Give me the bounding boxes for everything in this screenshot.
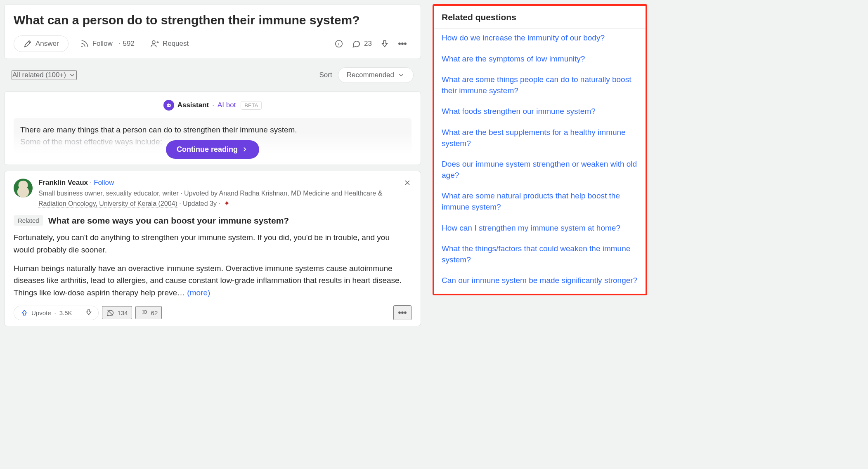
answer-label: Answer	[35, 40, 59, 48]
continue-reading-button[interactable]: Continue reading	[166, 140, 259, 159]
related-question-link[interactable]: What are some natural products that help…	[442, 191, 638, 212]
related-question-link[interactable]: Does our immune system strengthen or wea…	[442, 159, 638, 181]
downvote-question-button[interactable]	[376, 36, 393, 52]
all-related-filter[interactable]: All related (100+)	[12, 70, 77, 80]
dots-icon	[397, 308, 407, 318]
svg-point-11	[404, 312, 406, 313]
assistant-header: Assistant · AI bot BETA	[14, 100, 412, 111]
related-question-link[interactable]: How do we increase the immunity of our b…	[442, 33, 638, 44]
related-question-link[interactable]: What foods strengthen our immune system?	[442, 106, 638, 117]
question-card: What can a person do to strengthen their…	[4, 4, 421, 59]
related-question-link[interactable]: What are some things people can do to na…	[442, 74, 638, 96]
share-icon	[140, 309, 148, 317]
svg-rect-6	[167, 104, 170, 107]
related-question-title[interactable]: What are some ways you can boost your im…	[48, 216, 289, 226]
related-question-link[interactable]: What are the symptoms of low immunity?	[442, 54, 638, 65]
answer-p1: Fortunately, you can't do anything to st…	[14, 231, 412, 256]
comment-off-icon	[106, 309, 114, 317]
vote-group: Upvote · 3.5K	[14, 306, 99, 320]
svg-point-10	[402, 312, 403, 313]
related-question-link[interactable]: What are the best supplements for a heal…	[442, 127, 638, 149]
follow-label: Follow	[92, 40, 113, 48]
answer-comment-count: 134	[118, 309, 128, 316]
upvote-count: 3.5K	[59, 309, 72, 316]
sort-dropdown[interactable]: Recommended	[338, 67, 414, 83]
question-title: What can a person do to strengthen their…	[14, 12, 412, 28]
answer-header: Franklin Veaux · Follow Small business o…	[14, 179, 412, 209]
follow-count: 592	[116, 40, 135, 48]
chevron-down-icon	[69, 71, 76, 79]
author-avatar[interactable]	[14, 179, 33, 198]
star-icon: ✦	[224, 199, 230, 207]
author-bio: Small business owner, sexuality educator…	[38, 189, 393, 209]
assistant-card: Assistant · AI bot BETA There are many t…	[4, 91, 421, 165]
answer-more-button[interactable]	[393, 305, 412, 320]
author-line: Franklin Veaux · Follow	[38, 179, 393, 187]
answer-body: Fortunately, you can't do anything to st…	[14, 231, 412, 299]
related-questions-card: Related questions How do we increase the…	[433, 4, 647, 295]
assistant-snippet-line1: There are many things that a person can …	[20, 125, 297, 134]
related-tag: Related	[14, 215, 43, 226]
sort-label: Sort	[319, 71, 332, 79]
assistant-avatar-icon	[163, 100, 174, 111]
sort-value: Recommended	[347, 71, 394, 79]
related-question-link[interactable]: How can I strengthen my immune system at…	[442, 223, 638, 234]
request-button[interactable]: Request	[146, 36, 193, 52]
question-actions: Answer Follow 592 Request	[14, 35, 412, 52]
bio-text: Small business owner, sexuality educator…	[38, 190, 179, 197]
svg-point-4	[402, 43, 403, 45]
comment-count: 23	[364, 40, 372, 48]
more-link[interactable]: (more)	[187, 288, 210, 297]
downvote-icon	[380, 39, 389, 48]
updated-time: Updated 3y	[183, 200, 217, 207]
info-icon	[334, 39, 343, 48]
ai-bot-link[interactable]: AI bot	[218, 101, 236, 109]
comment-icon	[352, 39, 361, 48]
beta-badge: BETA	[241, 101, 262, 110]
author-name[interactable]: Franklin Veaux	[38, 179, 88, 186]
filter-row: All related (100+) Sort Recommended	[4, 65, 421, 85]
answer-comments-button[interactable]: 134	[102, 306, 132, 319]
chevron-down-icon	[397, 71, 405, 79]
downvote-button[interactable]	[79, 306, 98, 320]
svg-point-3	[399, 43, 400, 45]
pencil-icon	[23, 39, 32, 48]
follow-button[interactable]: Follow 592	[76, 36, 139, 52]
upvote-label: Upvote	[31, 309, 51, 316]
rss-icon	[80, 39, 89, 48]
assistant-name: Assistant	[177, 101, 209, 109]
share-button[interactable]: 62	[135, 306, 162, 319]
svg-point-9	[399, 312, 400, 313]
answer-card: Franklin Veaux · Follow Small business o…	[4, 171, 421, 326]
related-questions-list: How do we increase the immunity of our b…	[434, 28, 646, 294]
related-question-link[interactable]: What the things/factors that could weake…	[442, 243, 638, 265]
more-button[interactable]	[393, 35, 412, 52]
svg-point-7	[168, 105, 168, 106]
svg-point-5	[404, 43, 406, 45]
upvote-button[interactable]: Upvote · 3.5K	[14, 306, 79, 320]
share-count: 62	[151, 309, 158, 316]
dots-icon	[397, 39, 407, 49]
answer-footer: Upvote · 3.5K 134	[14, 305, 412, 320]
related-question-link[interactable]: Can our immune system be made significan…	[442, 275, 638, 286]
related-questions-title: Related questions	[434, 6, 646, 28]
svg-point-0	[81, 46, 83, 47]
related-question-row: Related What are some ways you can boost…	[14, 215, 412, 226]
request-label: Request	[163, 40, 189, 48]
assistant-snippet-line2: Some of the most effective ways include:	[20, 137, 162, 146]
dismiss-answer-button[interactable]	[403, 179, 412, 188]
svg-point-1	[152, 41, 155, 44]
answer-button[interactable]: Answer	[14, 35, 69, 52]
svg-point-8	[169, 105, 170, 106]
continue-label: Continue reading	[177, 145, 238, 154]
comments-button[interactable]: 23	[348, 36, 376, 52]
author-follow-link[interactable]: Follow	[94, 179, 114, 186]
info-button[interactable]	[330, 36, 348, 52]
request-icon	[150, 39, 159, 48]
all-related-label: All related (100+)	[12, 71, 66, 79]
